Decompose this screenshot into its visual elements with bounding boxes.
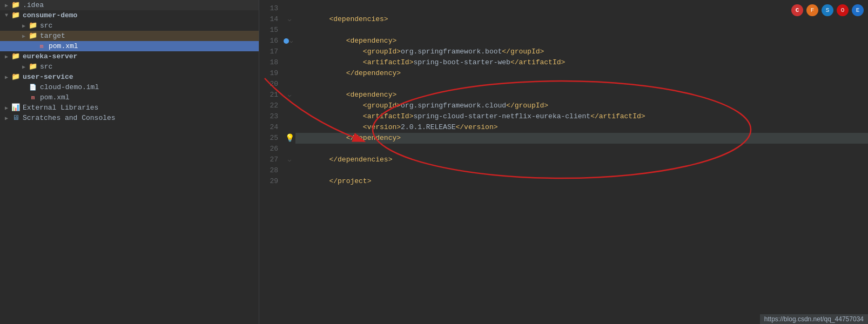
lib-icon: 📊 (11, 104, 21, 112)
gutter-fold-14[interactable]: ⌵ (284, 14, 295, 25)
sidebar-label-ext-lib: External Libraries (23, 104, 98, 112)
browser-toolbar: C F S O E (791, 4, 864, 16)
ln-19: 19 (259, 68, 278, 79)
status-url: https://blog.csdn.net/qq_44757034 (764, 315, 864, 323)
tree-arrow-target (19, 33, 28, 39)
gutter-20 (284, 79, 295, 90)
ln-15: 15 (259, 25, 278, 36)
folder-icon-consumer: 📁 (11, 12, 21, 19)
sidebar-item-cloud-demo-iml[interactable]: 📄 cloud-demo.iml (0, 82, 259, 92)
ln-27: 27 (259, 154, 278, 165)
sidebar-label-iml: cloud-demo.iml (40, 83, 99, 91)
sidebar-item-eureka-server[interactable]: 📁 eureka-server (0, 51, 259, 62)
code-line-25: </dependency> (295, 133, 868, 144)
code-line-13 (295, 3, 868, 14)
ln-29: 29 (259, 176, 278, 187)
sidebar-item-user-service[interactable]: 📁 user-service (0, 72, 259, 82)
firefox-icon[interactable]: F (806, 4, 818, 16)
gutter-17 (284, 46, 295, 57)
tree-arrow-idea (2, 2, 11, 9)
sidebar-label-pom-xml-1: pom.xml (49, 42, 78, 50)
code-line-23: <artifactId>spring-cloud-starter-netflix… (295, 111, 868, 122)
folder-icon-target: 📁 (28, 32, 38, 40)
sidebar-item-idea[interactable]: 📁 .idea (0, 0, 259, 10)
project-sidebar: 📁 .idea 📁 consumer-demo 📁 src 📁 target m… (0, 0, 259, 324)
sidebar-label-idea: .idea (23, 1, 44, 9)
gutter-19 (284, 68, 295, 79)
sidebar-label-src: src (40, 22, 52, 30)
tree-arrow-src2 (19, 64, 28, 70)
chrome-icon[interactable]: C (791, 4, 803, 16)
ln-24: 24 (259, 122, 278, 133)
tree-arrow-consumer (2, 12, 11, 18)
code-line-18: <artifactId>spring-boot-starter-web</art… (295, 57, 868, 68)
sidebar-item-external-libraries[interactable]: 📊 External Libraries (0, 103, 259, 113)
ln-14: 14 (259, 14, 278, 25)
code-line-22: <groupId>org.springframework.cloud</grou… (295, 100, 868, 111)
code-line-29: </project> (295, 176, 868, 187)
gutter-fold-27[interactable]: ⌵ (284, 154, 295, 165)
gutter-16: ⌵ (284, 36, 295, 46)
sidebar-label-pom-xml-2: pom.xml (40, 93, 70, 102)
code-lines: <dependencies> <dependency> <groupId>org… (295, 2, 868, 324)
line-number-gutter: 13 14 15 16 17 18 19 20 21 22 23 24 25 2… (259, 2, 284, 324)
gutter-fold-21[interactable]: ⌵ (284, 90, 295, 100)
folder-icon-src2: 📁 (28, 63, 38, 71)
sidebar-item-src2[interactable]: 📁 src (0, 62, 259, 72)
ln-25: 25 (259, 133, 278, 144)
gutter-18 (284, 57, 295, 68)
iml-icon: 📄 (28, 84, 38, 91)
xml-icon-pom2: m (28, 94, 38, 102)
gutter-23 (284, 111, 295, 122)
code-line-15 (295, 25, 868, 36)
xml-icon-pom1: m (37, 43, 46, 50)
code-editor: 13 14 15 16 17 18 19 20 21 22 23 24 25 2… (259, 0, 868, 324)
tree-arrow-extlib (2, 105, 11, 111)
code-line-28 (295, 165, 868, 176)
code-line-21: <dependency> (295, 90, 868, 100)
code-line-27: </dependencies> (295, 154, 868, 165)
folder-icon-eureka: 📁 (11, 53, 21, 60)
sidebar-item-target[interactable]: 📁 target (0, 31, 259, 41)
gutter-13 (284, 3, 295, 14)
sidebar-item-src[interactable]: 📁 src (0, 21, 259, 31)
ln-17: 17 (259, 46, 278, 57)
ln-18: 18 (259, 57, 278, 68)
ln-16: 16 (259, 36, 278, 46)
opera-icon[interactable]: O (837, 4, 849, 16)
tree-arrow-src (19, 23, 28, 29)
code-line-16: <dependency> (295, 36, 868, 46)
sidebar-item-pom-xml-1[interactable]: m pom.xml (0, 41, 259, 51)
gutter-lightbulb-25[interactable]: 💡 (284, 133, 295, 144)
sidebar-label-user-service: user-service (23, 73, 73, 81)
sidebar-label-target: target (40, 32, 65, 40)
gutter-fold-16[interactable]: ⌵ (290, 36, 293, 46)
tree-arrow-user (2, 74, 11, 80)
ln-28: 28 (259, 165, 278, 176)
code-gutter: ⌵ ⌵ ⌵ 💡 (284, 2, 295, 324)
edge-icon[interactable]: E (852, 4, 864, 16)
tree-arrow-scratch (2, 115, 11, 122)
sidebar-label-eureka: eureka-server (23, 52, 77, 60)
sidebar-item-scratches[interactable]: 🖥 Scratches and Consoles (0, 113, 259, 123)
gutter-26 (284, 144, 295, 154)
gutter-28 (284, 165, 295, 176)
folder-icon-src: 📁 (28, 22, 38, 30)
folder-icon-idea: 📁 (11, 2, 21, 9)
sidebar-label-consumer-demo: consumer-demo (23, 11, 77, 19)
code-line-14: <dependencies> (295, 14, 868, 25)
safari-icon[interactable]: S (822, 4, 833, 16)
sidebar-item-consumer-demo[interactable]: 📁 consumer-demo (0, 10, 259, 21)
code-line-26 (295, 144, 868, 154)
gutter-24 (284, 122, 295, 133)
ln-13: 13 (259, 3, 278, 14)
ln-21: 21 (259, 90, 278, 100)
sidebar-item-pom-xml-2[interactable]: m pom.xml (0, 92, 259, 103)
sidebar-label-src2: src (40, 63, 52, 71)
sidebar-label-scratches: Scratches and Consoles (23, 114, 116, 122)
code-line-20 (295, 79, 868, 90)
ln-26: 26 (259, 144, 278, 154)
code-line-24: <version>2.0.1.RELEASE</version> (295, 122, 868, 133)
gutter-15 (284, 25, 295, 36)
tree-arrow-eureka (2, 53, 11, 60)
